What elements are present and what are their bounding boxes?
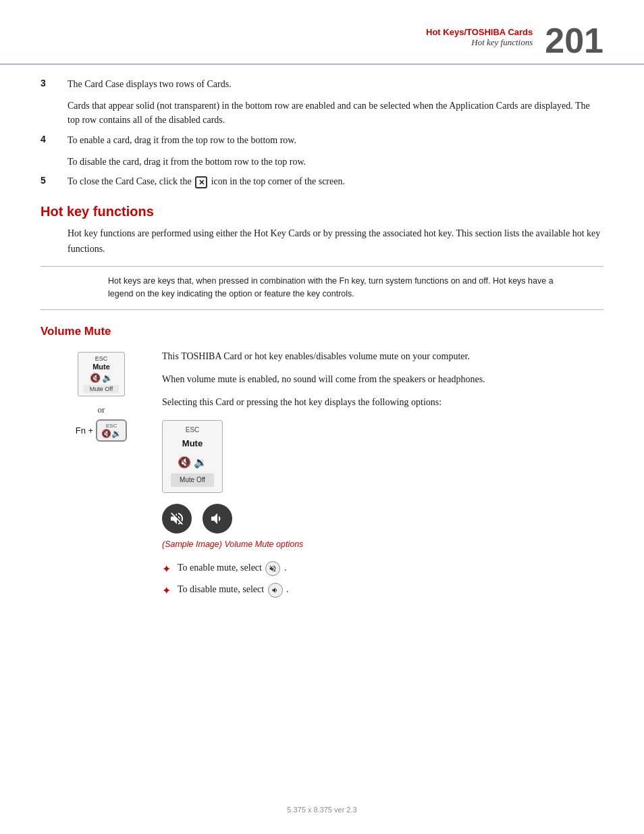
bullet-item-2: ✦ To disable mute, select . [162,582,603,599]
page: Hot Keys/TOSHIBA Cards Hot key functions… [0,0,644,834]
diamond-icon-2: ✦ [162,583,171,599]
fn-key-combo: Fn + ESC 🔇🔉 [76,419,127,442]
page-header: Hot Keys/TOSHIBA Cards Hot key functions… [0,0,644,65]
large-card-mute-off: Mute Off [171,473,214,487]
page-footer: 5.375 x 8.375 ver 2.3 [0,806,644,814]
volume-right: This TOSHIBA Card or hot key enables/dis… [162,349,603,604]
item-3-text: The Card Case displays two rows of Cards… [68,77,603,92]
sample-unmute-icon [203,504,232,533]
x-icon: ✕ [195,176,207,188]
mute-enable-key [265,561,280,576]
header-title-block: Hot Keys/TOSHIBA Cards Hot key functions [426,27,533,48]
key-box: ESC 🔇🔉 [96,419,127,442]
sample-icons-row [162,504,603,533]
mute-disable-key [268,583,283,598]
item-number-4: 4 [41,133,68,145]
volume-para2: When volume mute is enabled, no sound wi… [162,372,603,387]
large-card-mute: Mute [171,437,214,451]
volume-para3: Selecting this Card or pressing the hot … [162,395,603,410]
volume-left: ESC Mute 🔇 🔉 Mute Off or Fn + ESC 🔇🔉 [41,349,162,604]
large-speaker-mute-icon: 🔇 [178,454,191,471]
volume-mute-heading: Volume Mute [41,325,603,338]
hot-key-intro: Hot key functions are performed using ei… [68,226,603,257]
header-chapter: Hot Keys/TOSHIBA Cards [426,27,533,37]
bullet-1-text: To enable mute, select . [178,561,286,576]
item-number-3: 3 [41,77,68,88]
hot-key-functions-heading: Hot key functions [41,204,603,219]
note-text: Hot keys are keys that, when pressed in … [108,275,576,301]
sample-mute-icon [162,504,192,533]
item-number-5: 5 [41,174,68,186]
large-card-icons: 🔇 🔉 [171,454,214,471]
note-box: Hot keys are keys that, when pressed in … [41,266,603,310]
large-speaker-low-icon: 🔉 [194,454,207,471]
item-4-text: To enable a card, drag it from the top r… [68,133,603,148]
footer-text: 5.375 x 8.375 ver 2.3 [287,806,356,814]
numbered-item-3: 3 The Card Case displays two rows of Car… [41,77,603,92]
card-widget-small: ESC Mute 🔇 🔉 Mute Off [78,352,125,396]
header-section: Hot key functions [426,37,533,48]
item-3-sub: Cards that appear solid (not transparent… [68,99,603,128]
key-speaker-icons: 🔇🔉 [101,429,122,438]
card-mute-off-label: Mute Off [84,385,119,393]
speaker-low-icon: 🔉 [102,373,113,383]
volume-mute-section: ESC Mute 🔇 🔉 Mute Off or Fn + ESC 🔇🔉 [41,349,603,604]
or-text: or [98,405,105,415]
bullet-2-text: To disable mute, select . [178,582,289,598]
bullet-list: ✦ To enable mute, select . ✦ [162,561,603,599]
main-content: 3 The Card Case displays two rows of Car… [0,65,644,631]
sample-caption: (Sample Image) Volume Mute options [162,538,603,551]
card-esc-label: ESC [84,355,119,362]
item-5-text: To close the Card Case, click the ✕ icon… [68,174,603,189]
fn-text: Fn + [76,425,93,436]
large-card-esc: ESC [171,425,214,436]
page-number: 201 [545,23,603,58]
volume-para1: This TOSHIBA Card or hot key enables/dis… [162,349,603,364]
item-5-after: icon in the top corner of the screen. [211,176,345,186]
key-esc-label: ESC [106,423,117,429]
diamond-icon-1: ✦ [162,561,171,577]
numbered-item-4: 4 To enable a card, drag it from the top… [41,133,603,148]
speaker-mute-icon: 🔇 [90,373,101,383]
numbered-item-5: 5 To close the Card Case, click the ✕ ic… [41,174,603,189]
card-mute-label: Mute [84,363,119,371]
bullet-item-1: ✦ To enable mute, select . [162,561,603,577]
card-widget-large: ESC Mute 🔇 🔉 Mute Off [162,420,223,493]
item-5-before: To close the Card Case, click the [68,176,194,186]
card-icons-row: 🔇 🔉 [84,373,119,383]
item-4-sub: To disable the card, drag it from the bo… [68,155,603,170]
